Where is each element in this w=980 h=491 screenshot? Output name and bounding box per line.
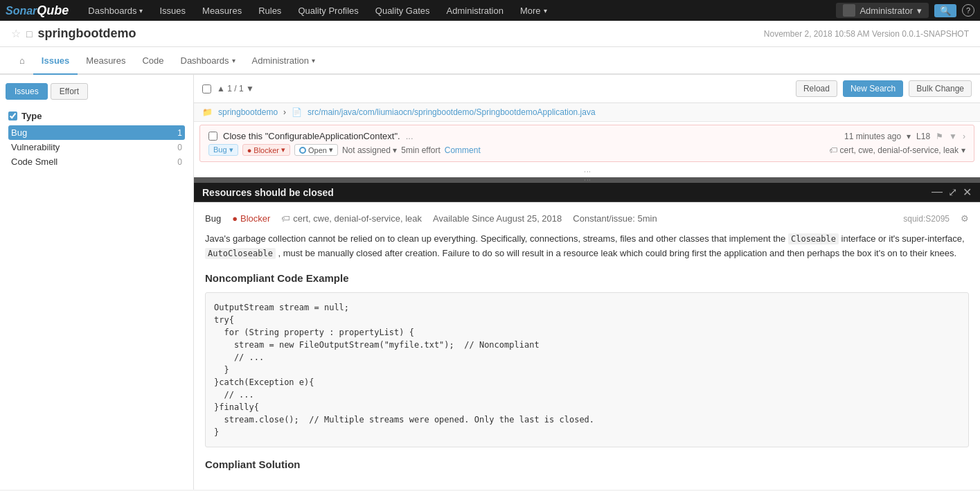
panel-divider[interactable] xyxy=(194,177,980,183)
star-icon[interactable]: ☆ xyxy=(11,27,21,40)
filter-tab-issues[interactable]: Issues xyxy=(6,83,48,100)
rule-description: Java's garbage collection cannot be reli… xyxy=(205,232,969,261)
nav-quality-profiles[interactable]: Quality Profiles xyxy=(289,0,366,21)
nav-dashboards[interactable]: Dashboards ▾ xyxy=(80,0,151,21)
reload-button[interactable]: Reload xyxy=(796,80,837,97)
minimize-button[interactable]: — xyxy=(932,186,943,199)
panel-controls: — ⤢ ✕ xyxy=(932,186,972,199)
project-name[interactable]: springbootdemo xyxy=(37,26,136,41)
new-search-button[interactable]: New Search xyxy=(843,80,903,97)
sub-nav-home[interactable]: ⌂ xyxy=(11,47,33,75)
nav-more[interactable]: More ▾ xyxy=(512,0,555,21)
nav-administration[interactable]: Administration xyxy=(438,0,512,21)
rule-detail-title: Resources should be closed xyxy=(202,187,334,198)
dashboards-arrow: ▾ xyxy=(139,7,143,15)
rule-squid: squid:S2095 xyxy=(903,214,950,224)
issue-file-header: 📁 springbootdemo › 📄 src/main/java/com/l… xyxy=(194,103,980,122)
issue-effort: 5min effort xyxy=(401,145,440,155)
tag-icon: 🏷 xyxy=(829,145,837,155)
rule-settings-icon[interactable]: ⚙ xyxy=(961,213,969,224)
toolbar-left: ▲ 1 / 1 ▼ xyxy=(202,84,254,93)
issue-row-bottom: Bug ▾ ● Blocker ▾ Open ▾ Not assigned xyxy=(208,144,965,156)
bulk-change-button[interactable]: Bulk Change xyxy=(909,80,972,97)
project-meta: November 2, 2018 10:58 AM Version 0.0.1-… xyxy=(764,29,969,39)
select-all-checkbox[interactable] xyxy=(202,84,211,93)
rule-effort: Constant/issue: 5min xyxy=(573,213,657,224)
tags-filter-arrow[interactable]: ▾ xyxy=(961,145,965,155)
status-circle-icon xyxy=(299,147,306,154)
rule-severity: ● Blocker xyxy=(232,213,270,224)
filter-type-vulnerability[interactable]: Vulnerability 0 xyxy=(8,140,185,154)
severity-error-icon: ● xyxy=(247,146,252,154)
issue-assignee[interactable]: Not assigned ▾ xyxy=(342,145,397,155)
issue-tags: 🏷 cert, cwe, denial-of-service, leak ▾ xyxy=(829,145,965,155)
rule-tag-icon: 🏷 xyxy=(281,213,290,224)
top-nav-items: Dashboards ▾ Issues Measures Rules Quali… xyxy=(80,0,836,21)
issues-list: 📁 springbootdemo › 📄 src/main/java/com/l… xyxy=(194,103,980,177)
sub-nav-dashboards[interactable]: Dashboards ▾ xyxy=(172,47,244,75)
issues-toolbar: ▲ 1 / 1 ▼ Reload New Search Bulk Change xyxy=(194,75,980,103)
sub-nav-issues[interactable]: Issues xyxy=(33,47,78,75)
search-button[interactable]: 🔍 xyxy=(934,4,956,17)
help-icon: ? xyxy=(962,4,974,17)
filter-tabs: Issues Effort xyxy=(0,80,193,105)
rule-tags: 🏷 cert, cwe, denial-of-service, leak xyxy=(281,213,422,224)
issue-row: Close this "ConfigurableApplicationConte… xyxy=(199,125,974,162)
filter-type-code-smell[interactable]: Code Smell 0 xyxy=(8,154,185,169)
filter-type-bug[interactable]: Bug 1 xyxy=(8,125,185,140)
closeable-code: Closeable xyxy=(788,233,839,244)
issue-severity-badge[interactable]: ● Blocker ▾ xyxy=(242,144,290,156)
issue-message: Close this "ConfigurableApplicationConte… xyxy=(208,131,413,141)
filter-tab-effort[interactable]: Effort xyxy=(51,83,88,100)
nav-rules[interactable]: Rules xyxy=(250,0,289,21)
issue-checkbox[interactable] xyxy=(208,132,217,141)
sidebar: Issues Effort Type Bug 1 Vulnerability 0… xyxy=(0,75,194,490)
issue-type-badge[interactable]: Bug ▾ xyxy=(208,144,238,156)
close-button[interactable]: ✕ xyxy=(963,186,972,199)
project-link[interactable]: springbootdemo xyxy=(218,107,278,117)
project-info: ☆ □ springbootdemo xyxy=(11,26,136,41)
top-nav-right: Administrator ▾ 🔍 ? xyxy=(836,3,974,18)
rule-detail-panel: Resources should be closed — ⤢ ✕ Bug ● B… xyxy=(194,183,980,490)
sub-nav-code[interactable]: Code xyxy=(134,47,172,75)
content-area: ▲ 1 / 1 ▼ Reload New Search Bulk Change … xyxy=(194,75,980,490)
type-filter-section: Type Bug 1 Vulnerability 0 Code Smell 0 xyxy=(0,105,193,175)
issue-comment-btn[interactable]: Comment xyxy=(445,145,481,155)
nav-issues[interactable]: Issues xyxy=(151,0,194,21)
admin-avatar xyxy=(843,4,855,17)
file-folder-icon: 📁 xyxy=(202,107,213,117)
toolbar-right: Reload New Search Bulk Change xyxy=(796,80,972,97)
type-filter-header: Type xyxy=(8,111,185,121)
file-icon: 📄 xyxy=(292,107,302,117)
project-bar: ☆ □ springbootdemo November 2, 2018 10:5… xyxy=(0,21,980,47)
compliant-title: Compliant Solution xyxy=(205,458,969,470)
type-checkbox[interactable] xyxy=(8,111,17,120)
issue-status-badge[interactable]: Open ▾ xyxy=(294,144,338,156)
main-layout: Issues Effort Type Bug 1 Vulnerability 0… xyxy=(0,75,980,490)
issue-filter-icon[interactable]: ⚑ xyxy=(936,132,943,141)
sub-nav-measures[interactable]: Measures xyxy=(78,47,134,75)
nav-measures[interactable]: Measures xyxy=(194,0,250,21)
sub-nav-administration[interactable]: Administration ▾ xyxy=(244,47,323,75)
issue-meta: 11 minutes ago ▾ L18 ⚑ ▼ › xyxy=(844,132,965,141)
search-icon: 🔍 xyxy=(940,6,951,16)
rule-detail-header: Resources should be closed — ⤢ ✕ xyxy=(194,183,980,202)
issue-expand-btn[interactable]: › xyxy=(963,132,965,141)
sub-nav: ⌂ Issues Measures Code Dashboards ▾ Admi… xyxy=(0,47,980,75)
nav-quality-gates[interactable]: Quality Gates xyxy=(367,0,438,21)
sonarqube-logo: SonarQube xyxy=(6,3,69,18)
admin-arrow: ▾ xyxy=(917,6,922,16)
rule-meta-bar: Bug ● Blocker 🏷 cert, cwe, denial-of-ser… xyxy=(205,213,969,224)
rule-type: Bug xyxy=(205,213,221,224)
home-icon: ⌂ xyxy=(19,55,25,66)
admin-sub-arrow: ▾ xyxy=(312,57,315,64)
more-arrow: ▾ xyxy=(544,7,547,15)
help-button[interactable]: ? xyxy=(962,4,974,17)
file-path-link[interactable]: src/main/java/com/liumiaocn/springbootde… xyxy=(308,107,596,117)
rule-severity-icon: ● xyxy=(232,213,238,224)
administrator-menu[interactable]: Administrator ▾ xyxy=(836,3,929,18)
tag-filter-icon[interactable]: ▼ xyxy=(949,132,957,141)
maximize-button[interactable]: ⤢ xyxy=(948,186,957,199)
noncompliant-title: Noncompliant Code Example xyxy=(205,272,969,284)
dashboards-sub-arrow: ▾ xyxy=(232,57,235,64)
